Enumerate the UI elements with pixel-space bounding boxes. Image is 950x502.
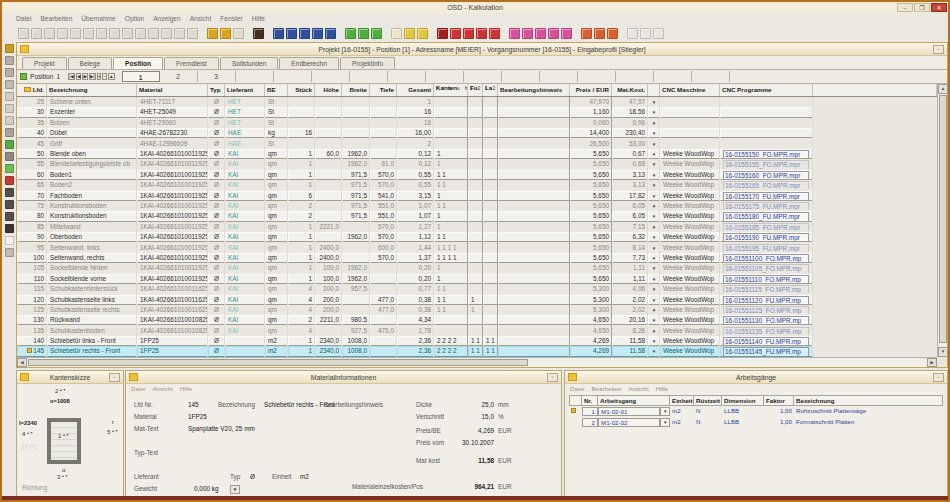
arb-column-header-dim[interactable]: Dimension: [722, 395, 764, 406]
nav-button[interactable]: ◀: [76, 73, 82, 80]
dropdown-icon[interactable]: ▼: [652, 235, 657, 240]
scroll-up-icon[interactable]: ▲: [938, 84, 948, 94]
view-3-icon[interactable]: [653, 28, 664, 39]
table-row[interactable]: 100Seitenwand, rechts1KAI-40266101001192…: [17, 253, 937, 263]
menu-item-ansicht[interactable]: Ansicht: [190, 13, 212, 25]
arbeitsgaenge-close-icon[interactable]: ▫: [933, 373, 944, 382]
table-row[interactable]: 50Blende oben1KAI-402661010011925ØKAIqm1…: [17, 149, 937, 159]
arb-column-header-einh[interactable]: Einheit: [670, 395, 694, 406]
redo-icon[interactable]: [135, 28, 146, 39]
menu-item-bearbeiten[interactable]: Bearbeiten: [40, 13, 72, 25]
dropdown-icon[interactable]: ▼: [652, 339, 657, 344]
module-blue-4-icon[interactable]: [312, 28, 323, 39]
arb-column-header-bez[interactable]: Bezeichnung: [794, 395, 943, 406]
dropdown-icon[interactable]: ▼: [652, 142, 657, 147]
column-header-lfd[interactable]: Lfd.: [17, 84, 47, 96]
edge-bottom-spinner[interactable]: 3▲▼: [57, 474, 68, 480]
column-header-tie[interactable]: Tiefe: [370, 84, 397, 96]
arb-column-header-nr[interactable]: Nr.: [582, 395, 598, 406]
table-row[interactable]: 30Exzenter4HET-25049ØHETSt161,16018,56▼: [17, 107, 937, 117]
view-1-icon[interactable]: [627, 28, 638, 39]
table-row[interactable]: 105Sockelblende hinten1KAI-4026610100119…: [17, 263, 937, 273]
edge-center-spinner[interactable]: 1▲▼: [58, 433, 69, 439]
dropdown-icon[interactable]: ▼: [652, 100, 657, 105]
dropdown-icon[interactable]: ▼: [652, 318, 657, 323]
materialinfo-close-icon[interactable]: ▫: [547, 373, 558, 382]
page-tab-empty[interactable]: [540, 71, 578, 82]
column-header-ges[interactable]: Gesamt: [397, 84, 434, 96]
dropdown-icon[interactable]: ▼: [652, 266, 657, 271]
dropdown-icon[interactable]: ▼: [652, 194, 657, 199]
table-row[interactable]: 35Bolzen4HET-29060ØHETSt160,0600,96▼: [17, 118, 937, 128]
dim-icon[interactable]: [5, 248, 14, 257]
page-tab-empty[interactable]: [578, 71, 616, 82]
grid-2-icon[interactable]: [5, 200, 14, 209]
dropdown-icon[interactable]: ▼: [652, 277, 657, 282]
scroll-right-icon[interactable]: ▶: [927, 358, 937, 367]
green-cube-icon[interactable]: [5, 140, 14, 149]
dot-3-icon[interactable]: [5, 116, 14, 125]
page-tab-empty[interactable]: [654, 71, 692, 82]
arrow-icon[interactable]: [5, 128, 14, 137]
dropdown-icon[interactable]: ▼: [652, 256, 657, 261]
module-yellow-2-icon[interactable]: [404, 28, 415, 39]
tab-endberechn[interactable]: Endberechn: [279, 57, 339, 69]
menu-item-datei[interactable]: Datei: [16, 13, 31, 25]
page-tab-empty[interactable]: [502, 71, 540, 82]
module-green-3-icon[interactable]: [371, 28, 382, 39]
dropdown-icon[interactable]: ▼: [652, 246, 657, 251]
column-header-la[interactable]: La1 2: [483, 84, 498, 96]
module-orange-3-icon[interactable]: [607, 28, 618, 39]
tab-projektinfo[interactable]: Projektinfo: [340, 57, 395, 69]
module-pink-2-icon[interactable]: [522, 28, 533, 39]
column-header-bre[interactable]: Breite: [342, 84, 370, 96]
column-header-cm[interactable]: CNC Maschine: [660, 84, 720, 96]
dropdown-icon[interactable]: ▼: [652, 298, 657, 303]
module-yellow-1-icon[interactable]: [391, 28, 402, 39]
table-row[interactable]: 25Schiene unten4HET-71117ØHETSt147,97047…: [17, 97, 937, 107]
globe-icon[interactable]: [253, 28, 264, 39]
arb-column-header-arb[interactable]: Arbeitsgang: [598, 395, 670, 406]
table-row[interactable]: 75Konstruktionsboden1KAI-402661010011925…: [17, 201, 937, 211]
vertical-scroll-thumb[interactable]: [939, 95, 947, 343]
arb-column-header-rust[interactable]: Rüstzeit: [694, 395, 722, 406]
arbeitsgang-row[interactable]: 2M1-02-02▼m2NLLBB1,00Formatschnitt Platt…: [569, 417, 943, 428]
page-tab-empty[interactable]: [312, 71, 350, 82]
print-icon[interactable]: [57, 28, 68, 39]
grid-icon[interactable]: [148, 28, 159, 39]
dropdown-icon[interactable]: ▼: [652, 349, 657, 354]
gewicht-dropdown[interactable]: ▼: [230, 485, 240, 494]
menu-item-anzeigen[interactable]: Anzeigen: [153, 13, 181, 25]
page-tab-empty[interactable]: [388, 71, 426, 82]
dropdown-icon[interactable]: ▼: [652, 162, 657, 167]
module-red-3-icon[interactable]: [463, 28, 474, 39]
module-pink-4-icon[interactable]: [548, 28, 559, 39]
monitor-2-icon[interactable]: [5, 68, 14, 77]
column-header-typ[interactable]: Typ: [208, 84, 225, 96]
tab-position[interactable]: Position: [113, 57, 163, 69]
key-icon[interactable]: [5, 44, 14, 53]
paste-icon[interactable]: [109, 28, 120, 39]
table-row[interactable]: 140Schiebetür links - Front1FP25Øm212340…: [17, 336, 937, 346]
column-header-lief[interactable]: Lieferant: [225, 84, 265, 96]
tab-projekt[interactable]: Projekt: [22, 57, 67, 69]
module-blue-3-icon[interactable]: [299, 28, 310, 39]
page-tab-empty[interactable]: [692, 71, 730, 82]
dot-1-icon[interactable]: [5, 92, 14, 101]
monitor-icon[interactable]: [5, 56, 14, 65]
preview-icon[interactable]: [70, 28, 81, 39]
nav-button[interactable]: ▲: [108, 73, 115, 80]
refresh-icon[interactable]: [233, 28, 244, 39]
module-pink-3-icon[interactable]: [535, 28, 546, 39]
red-tool-icon[interactable]: [5, 176, 14, 185]
arb-dropdown-icon[interactable]: ▼: [660, 407, 670, 416]
menu-item-option[interactable]: Option: [125, 13, 144, 25]
scroll-down-icon[interactable]: ▼: [938, 347, 948, 357]
table-row[interactable]: 80Konstruktionsboden1KAI-402661010011925…: [17, 211, 937, 221]
dropdown-icon[interactable]: ▼: [652, 173, 657, 178]
table-row[interactable]: 130Rückwand1KAI-402661010010825ØKAIqm222…: [17, 315, 937, 325]
table-row[interactable]: 120Schubkastenseite links1KAI-4026610100…: [17, 294, 937, 304]
columns-icon[interactable]: [174, 28, 185, 39]
page-tab-2[interactable]: 2: [160, 71, 198, 82]
module-red-4-icon[interactable]: [476, 28, 487, 39]
